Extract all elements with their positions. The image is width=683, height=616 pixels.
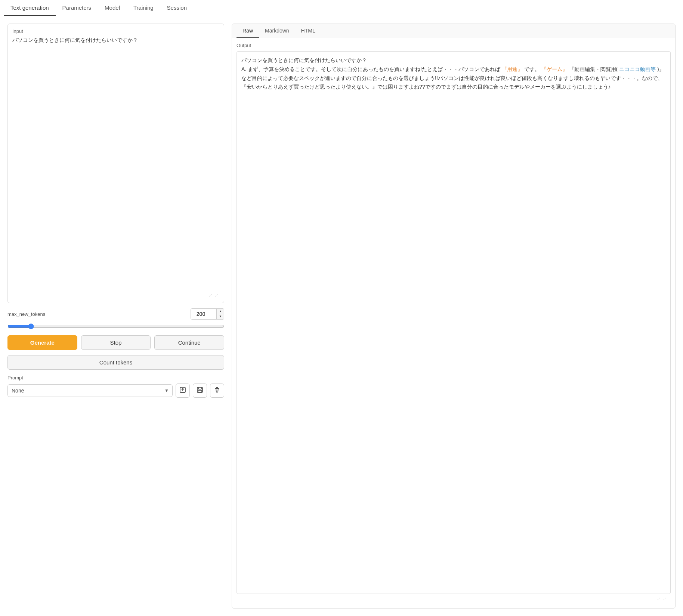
tab-model[interactable]: Model [98,0,127,16]
save-button[interactable] [193,384,207,398]
output-tab-html[interactable]: HTML [295,24,321,38]
prompt-row: None ▼ [7,384,224,398]
prompt-section: Prompt None ▼ [7,375,224,398]
input-box: Input ⟋⟋ [7,24,224,303]
count-tokens-button[interactable]: Count tokens [7,355,224,370]
output-label: Output [237,43,671,48]
output-tabs: Raw Markdown HTML [232,24,675,38]
upload-button[interactable] [176,384,190,398]
slider-spinners: ▲ ▼ [216,309,224,319]
prompt-label: Prompt [7,375,224,381]
svg-rect-3 [198,390,202,392]
button-row: Generate Stop Continue [7,335,224,350]
tab-bar: Text generation Parameters Model Trainin… [0,0,683,16]
tab-text-generation[interactable]: Text generation [4,0,56,16]
tab-session[interactable]: Session [160,0,194,16]
output-question: パソコンを買うときに何に気を付けたらいいですか？ [241,56,666,65]
resize-handle: ⟋⟋ [12,292,219,298]
trash-icon [214,386,220,395]
highlight-niconico: ニコニコ動画等 [619,66,656,72]
svg-rect-2 [198,387,201,389]
output-text-area: パソコンを買うときに何に気を付けたらいいですか？ A. まず、予算を決めることで… [237,51,671,594]
continue-button[interactable]: Continue [154,335,224,350]
highlight-game: 『ゲーム』 [541,66,568,72]
save-icon [197,386,203,395]
slider-section: max_new_tokens ▲ ▼ [7,308,224,330]
prompt-select[interactable]: None [7,384,173,397]
delete-button[interactable] [210,384,224,398]
slider-track-container [7,323,224,330]
prompt-select-wrapper: None ▼ [7,384,173,397]
spinner-down-btn[interactable]: ▼ [217,314,224,319]
slider-input-num[interactable] [191,309,216,318]
right-panel: Raw Markdown HTML Output パソコンを買うときに何に気を付… [232,24,676,609]
left-panel: Input ⟋⟋ max_new_tokens ▲ ▼ [7,24,224,609]
highlight-usage: 『用途』 [502,66,523,72]
spinner-up-btn[interactable]: ▲ [217,309,224,314]
main-content: Input ⟋⟋ max_new_tokens ▲ ▼ [0,16,683,616]
output-resize-handle: ⟋⟋ [237,594,671,604]
upload-icon [179,386,186,395]
tab-training[interactable]: Training [127,0,160,16]
tab-parameters[interactable]: Parameters [56,0,98,16]
slider-row: max_new_tokens ▲ ▼ [7,308,224,320]
output-tab-raw[interactable]: Raw [237,24,259,38]
slider-input-box: ▲ ▼ [191,308,224,320]
input-textarea[interactable] [12,37,219,291]
output-content: Output パソコンを買うときに何に気を付けたらいいですか？ A. まず、予算… [232,38,675,608]
input-label: Input [12,28,219,34]
slider-label: max_new_tokens [7,311,45,317]
output-answer: A. まず、予算を決めることです。そして次に自分にあったものを買いますね!たとえ… [241,65,666,92]
stop-button[interactable]: Stop [81,335,151,350]
generate-button[interactable]: Generate [7,335,77,350]
output-tab-markdown[interactable]: Markdown [259,24,295,38]
slider-range[interactable] [7,323,224,329]
